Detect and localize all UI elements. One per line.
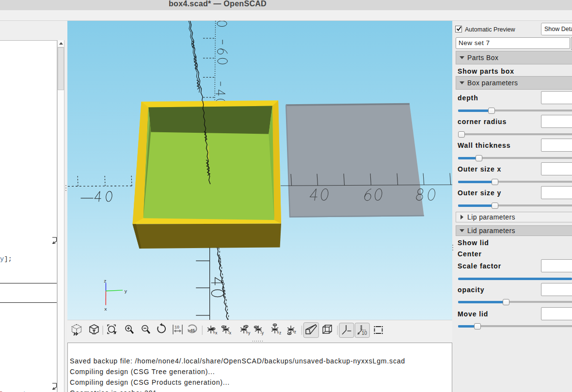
svg-text:-z: -z [293, 329, 296, 334]
svg-text:10: 10 [362, 330, 367, 336]
svg-text:45: 45 [190, 328, 195, 333]
svg-text:x: x [104, 307, 107, 312]
svg-text:z: z [104, 279, 107, 284]
svg-text:+z: +z [277, 330, 281, 335]
svg-text:10: 10 [175, 325, 179, 329]
svg-text:+x: +x [213, 330, 218, 335]
svg-text:-x: -x [228, 330, 232, 335]
svg-text:y: y [125, 289, 127, 294]
svg-text:+y: +y [246, 330, 251, 335]
svg-text:-y: -y [260, 330, 264, 335]
